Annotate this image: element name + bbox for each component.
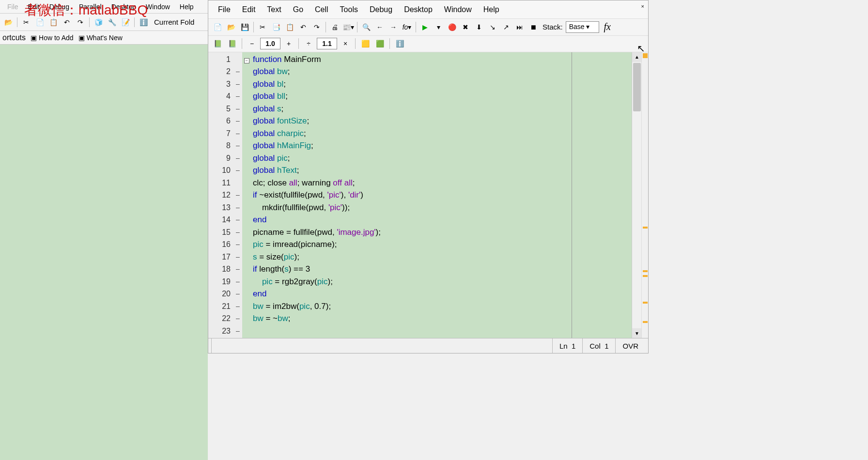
editor-menu-help[interactable]: Help [478, 2, 505, 17]
step-icon[interactable]: ⬇ [473, 21, 485, 33]
editor-menu-window[interactable]: Window [438, 2, 478, 17]
editor-menu-file[interactable]: File [212, 2, 236, 17]
cell-eval-advance-icon[interactable]: 📗 [226, 37, 238, 50]
separator [134, 17, 135, 27]
minus-icon[interactable]: − [246, 37, 258, 50]
workspace-panel [0, 45, 208, 460]
editor-menu-tools[interactable]: Tools [334, 2, 364, 17]
status-col: Col 1 [582, 338, 615, 353]
menu-window[interactable]: Window [141, 1, 175, 13]
scroll-thumb[interactable] [633, 63, 641, 111]
editor-menu-text[interactable]: Text [261, 2, 287, 17]
separator [17, 17, 17, 27]
editor-menu-cell[interactable]: Cell [309, 2, 334, 17]
editor-window: File Edit Text Go Cell Tools Debug Deskt… [208, 0, 649, 353]
publish-icon[interactable]: 📰▾ [342, 21, 355, 33]
code-analyzer-strip[interactable] [641, 52, 648, 338]
nav-back-icon[interactable]: ← [373, 21, 386, 33]
status-line: Ln 1 [552, 338, 582, 353]
minimize-icon[interactable]: × [641, 3, 644, 9]
status-bar: Ln 1 Col 1 OVR [208, 338, 648, 353]
paste-icon[interactable]: 📋 [283, 21, 296, 33]
status-filler [211, 338, 552, 353]
guide-icon[interactable]: 🔧 [106, 16, 118, 28]
analyzer-status-icon[interactable] [643, 53, 648, 58]
stop-debug-icon[interactable]: ⏹ [527, 21, 540, 33]
undo-icon[interactable]: ↶ [61, 16, 73, 28]
info-icon[interactable]: ℹ️ [393, 37, 406, 50]
function-hint-icon[interactable]: fo▾ [401, 21, 413, 33]
editor-menu-edit[interactable]: Edit [236, 2, 262, 17]
stack-select[interactable]: Base ▾ [566, 21, 599, 33]
scroll-down-icon[interactable]: ▼ [632, 328, 642, 338]
step-in-icon[interactable]: ↘ [486, 21, 499, 33]
cell-insert2-icon[interactable]: 🟩 [373, 37, 386, 50]
cell-increment-input[interactable] [260, 38, 280, 49]
menu-file-obscured[interactable]: File [2, 1, 23, 13]
step-out-icon[interactable]: ↗ [500, 21, 512, 33]
separator [242, 38, 242, 49]
simulink-icon[interactable]: 🧊 [93, 16, 104, 28]
plus-icon[interactable]: + [282, 37, 295, 50]
print-icon[interactable]: 🖨 [328, 21, 341, 33]
menu-edit[interactable]: Edit [23, 1, 45, 13]
shortcuts-label: ortcuts [2, 33, 26, 42]
current-folder-label: Current Fold [151, 18, 197, 26]
save-icon[interactable]: 💾 [238, 21, 251, 33]
editor-menu-desktop[interactable]: Desktop [398, 2, 438, 17]
shortcut-how-to-add[interactable]: ▣How to Add [31, 34, 74, 42]
cut-icon[interactable]: ✂ [256, 21, 269, 33]
separator [298, 38, 299, 49]
breakpoint-column[interactable]: ––––––––––––––––––––– [233, 52, 242, 338]
redo-icon[interactable]: ↷ [310, 21, 323, 33]
divide-icon[interactable]: ÷ [302, 37, 315, 50]
editor-menubar: File Edit Text Go Cell Tools Debug Deskt… [208, 0, 648, 19]
code-editor[interactable]: function MainFormglobal bw;global bl;glo… [251, 52, 632, 338]
cut-icon[interactable]: ✂ [20, 16, 32, 28]
cell-multiply-input[interactable] [317, 38, 337, 49]
shortcut-whats-new[interactable]: ▣What's New [78, 34, 123, 42]
status-ovr: OVR [615, 338, 645, 353]
separator [326, 22, 326, 32]
clear-breakpoint-icon[interactable]: ✖ [459, 21, 472, 33]
main-menubar: File Edit Debug Parallel Desktop Window … [0, 0, 208, 14]
stack-label: Stack: [542, 23, 563, 31]
separator [389, 38, 390, 49]
nav-forward-icon[interactable]: → [387, 21, 400, 33]
continue-icon[interactable]: ⏭ [513, 21, 526, 33]
find-icon[interactable]: 🔍 [360, 21, 372, 33]
vertical-scrollbar[interactable]: ▲ ▼ [632, 52, 641, 338]
fx-icon[interactable]: fx [604, 21, 611, 32]
split-line[interactable] [572, 52, 572, 338]
open-folder-icon[interactable]: 📂 [2, 16, 14, 28]
menu-desktop[interactable]: Desktop [107, 1, 141, 13]
separator [416, 22, 416, 32]
scroll-up-icon[interactable]: ▲ [632, 52, 642, 62]
copy-icon[interactable]: 📄 [34, 16, 46, 28]
cell-eval-icon[interactable]: 📗 [211, 37, 224, 50]
run-icon[interactable]: ▶ [418, 21, 431, 33]
main-toolbar: 📂 ✂ 📄 📋 ↶ ↷ 🧊 🔧 📝 ℹ️ Current Fold [0, 14, 208, 31]
fold-column[interactable]: − [242, 52, 251, 338]
cell-toolbar: 📗 📗 − + ÷ × 🟨 🟩 ℹ️ [208, 36, 648, 52]
editor-menu-debug[interactable]: Debug [364, 2, 398, 17]
separator [355, 38, 356, 49]
editor-menu-go[interactable]: Go [287, 2, 309, 17]
run-config-icon[interactable]: ▾ [432, 21, 445, 33]
copy-icon[interactable]: 📑 [270, 21, 282, 33]
open-file-icon[interactable]: 📂 [225, 21, 237, 33]
undo-icon[interactable]: ↶ [297, 21, 310, 33]
separator [89, 17, 90, 27]
set-breakpoint-icon[interactable]: 🔴 [446, 21, 458, 33]
editor-toolbar: 📄 📂 💾 ✂ 📑 📋 ↶ ↷ 🖨 📰▾ 🔍 ← → fo▾ ▶ ▾ 🔴 ✖ ⬇… [208, 19, 648, 35]
cell-insert-icon[interactable]: 🟨 [359, 37, 372, 50]
menu-parallel[interactable]: Parallel [74, 1, 107, 13]
new-file-icon[interactable]: 📄 [211, 21, 224, 33]
multiply-icon[interactable]: × [339, 37, 352, 50]
menu-debug[interactable]: Debug [45, 1, 74, 13]
redo-icon[interactable]: ↷ [75, 16, 86, 28]
menu-help[interactable]: Help [175, 1, 199, 13]
profiler-icon[interactable]: 📝 [120, 16, 131, 28]
paste-icon[interactable]: 📋 [47, 16, 59, 28]
help-icon[interactable]: ℹ️ [138, 16, 149, 28]
